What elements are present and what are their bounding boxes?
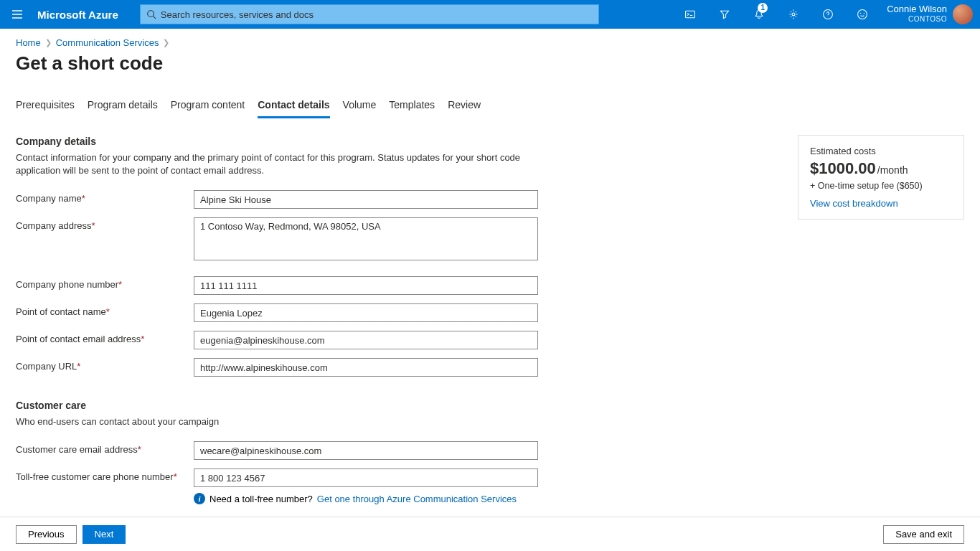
tab-templates[interactable]: Templates <box>389 99 435 118</box>
page-body: Home ❯ Communication Services ❯ Get a sh… <box>0 29 980 517</box>
poc-name-label: Point of contact name <box>16 306 106 317</box>
svg-point-7 <box>864 13 864 14</box>
top-bar: Microsoft Azure 1 Connie Wilson CONTOSO <box>0 0 980 29</box>
search-input[interactable] <box>161 9 593 20</box>
previous-button[interactable]: Previous <box>16 525 77 544</box>
save-and-exit-button[interactable]: Save and exit <box>883 525 964 544</box>
cost-breakdown-link[interactable]: View cost breakdown <box>810 198 898 209</box>
cost-header: Estimated costs <box>810 146 952 156</box>
brand-label: Microsoft Azure <box>34 9 140 21</box>
cc-email-label: Customer care email address <box>16 444 138 455</box>
tab-contact-details[interactable]: Contact details <box>258 99 329 118</box>
feedback-icon[interactable] <box>845 0 880 29</box>
cc-phone-label: Toll-free customer care phone number <box>16 471 174 482</box>
company-url-label: Company URL <box>16 361 77 372</box>
svg-rect-2 <box>686 11 695 18</box>
tab-prerequisites[interactable]: Prerequisites <box>16 99 75 118</box>
chevron-right-icon: ❯ <box>45 38 52 47</box>
company-phone-input[interactable] <box>194 276 538 295</box>
cloud-shell-icon[interactable] <box>673 0 707 29</box>
tab-volume[interactable]: Volume <box>343 99 377 118</box>
tab-review[interactable]: Review <box>448 99 481 118</box>
wizard-footer: Previous Next Save and exit <box>0 517 980 551</box>
company-name-label: Company name <box>16 193 82 204</box>
search-icon <box>146 9 156 19</box>
wizard-tabs: Prerequisites Program details Program co… <box>16 99 964 118</box>
svg-point-3 <box>792 13 795 16</box>
cost-amount: $1000.00 <box>810 159 876 178</box>
svg-point-5 <box>858 10 867 19</box>
directory-filter-icon[interactable] <box>707 0 742 29</box>
estimated-cost-card: Estimated costs $1000.00/month + One-tim… <box>798 135 964 220</box>
next-button[interactable]: Next <box>83 525 126 544</box>
company-address-input[interactable] <box>194 217 538 260</box>
company-phone-label: Company phone number <box>16 279 118 290</box>
menu-icon[interactable] <box>0 0 34 29</box>
cost-period: /month <box>877 164 908 176</box>
tab-program-content[interactable]: Program content <box>171 99 245 118</box>
account-menu[interactable]: Connie Wilson CONTOSO <box>880 0 980 29</box>
notifications-icon[interactable]: 1 <box>742 0 776 29</box>
page-title: Get a short code <box>16 52 964 75</box>
account-user-name: Connie Wilson <box>887 4 947 14</box>
company-details-description: Contact information for your company and… <box>16 151 532 177</box>
customer-care-description: Who end-users can contact about your cam… <box>16 415 532 428</box>
cc-phone-input[interactable] <box>194 468 538 487</box>
breadcrumb-level1[interactable]: Communication Services <box>56 37 159 48</box>
chevron-right-icon: ❯ <box>163 38 169 47</box>
top-icons: 1 Connie Wilson CONTOSO <box>673 0 980 29</box>
company-address-label: Company address <box>16 220 92 231</box>
company-url-input[interactable] <box>194 358 538 377</box>
company-details-heading: Company details <box>16 136 561 147</box>
poc-email-input[interactable] <box>194 331 538 349</box>
svg-line-1 <box>153 17 156 19</box>
toll-free-hint-text: Need a toll-free number? <box>209 494 313 504</box>
poc-email-label: Point of contact email address <box>16 334 141 344</box>
tab-program-details[interactable]: Program details <box>88 99 158 118</box>
account-directory: CONTOSO <box>887 14 947 24</box>
cc-email-input[interactable] <box>194 441 538 460</box>
toll-free-hint-link[interactable]: Get one through Azure Communication Serv… <box>317 494 517 504</box>
settings-icon[interactable] <box>776 0 811 29</box>
info-icon: i <box>194 493 205 504</box>
notification-badge: 1 <box>758 3 768 13</box>
customer-care-heading: Customer care <box>16 400 561 411</box>
toll-free-hint: i Need a toll-free number? Get one throu… <box>194 493 561 504</box>
svg-point-6 <box>860 13 861 14</box>
poc-name-input[interactable] <box>194 303 538 322</box>
svg-point-0 <box>148 11 154 17</box>
company-name-input[interactable] <box>194 190 538 209</box>
global-search[interactable] <box>140 4 599 24</box>
avatar <box>953 4 973 24</box>
breadcrumb-home[interactable]: Home <box>16 37 41 48</box>
cost-setup-fee: + One-time setup fee ($650) <box>810 181 952 191</box>
help-icon[interactable] <box>811 0 845 29</box>
breadcrumb: Home ❯ Communication Services ❯ <box>16 37 964 48</box>
